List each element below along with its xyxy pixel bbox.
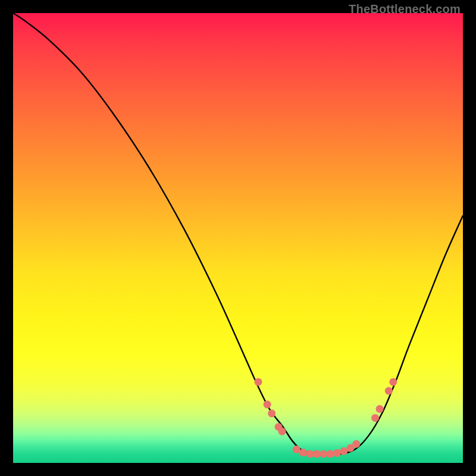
data-point	[299, 449, 307, 456]
data-point	[389, 378, 397, 386]
data-point	[327, 450, 334, 458]
curve-layer	[13, 13, 463, 463]
data-point	[320, 450, 327, 458]
data-point	[255, 378, 262, 386]
data-point	[278, 428, 286, 436]
data-point	[385, 387, 393, 395]
chart-frame	[13, 13, 463, 463]
data-point	[376, 405, 384, 413]
data-point	[352, 440, 360, 448]
data-point	[340, 447, 347, 455]
data-point	[293, 446, 300, 453]
data-point	[306, 450, 314, 458]
data-point	[268, 409, 275, 417]
watermark-text: TheBottleneck.com	[349, 2, 461, 16]
plot-area	[13, 13, 463, 463]
data-point	[333, 449, 341, 457]
bottleneck-curve	[13, 13, 463, 454]
data-point	[371, 414, 379, 422]
data-point	[264, 400, 271, 408]
data-point	[313, 450, 321, 458]
